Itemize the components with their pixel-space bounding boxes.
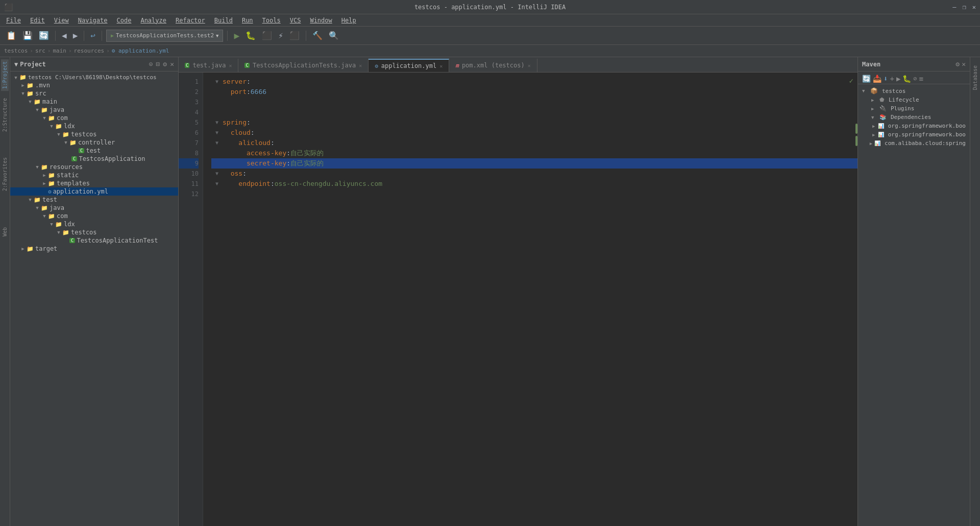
tree-item-main[interactable]: ▼ 📁 main bbox=[10, 98, 178, 106]
menu-item-help[interactable]: Help bbox=[337, 16, 360, 25]
code-content[interactable]: ▼ server: port: 6666 ▼ bbox=[203, 73, 857, 526]
project-scroll-icon[interactable]: ⊙ bbox=[149, 60, 153, 68]
close-button[interactable]: ✕ bbox=[972, 4, 976, 11]
maven-dep-2[interactable]: ▶ 📊 org.springframework.boo bbox=[858, 130, 970, 139]
menu-item-window[interactable]: Window bbox=[306, 16, 336, 25]
fold-btn-5[interactable]: ▼ bbox=[213, 117, 220, 128]
coverage-button[interactable]: ⬛ bbox=[260, 30, 274, 41]
tree-item-java[interactable]: ▼ 📁 java bbox=[10, 106, 178, 114]
fold-btn-7[interactable]: ▼ bbox=[213, 138, 220, 148]
maven-dependencies[interactable]: ▼ 📚 Dependencies bbox=[858, 113, 970, 122]
bc-file[interactable]: ⚙ application.yml bbox=[112, 47, 169, 54]
menu-item-edit[interactable]: Edit bbox=[26, 16, 49, 25]
run-button[interactable]: ▶ bbox=[232, 29, 241, 42]
tab-testcos-tests[interactable]: C TestcosApplicationTests.java ✕ bbox=[238, 59, 369, 72]
toolbar-forward[interactable]: ▶ bbox=[71, 30, 80, 41]
toolbar-save[interactable]: 💾 bbox=[20, 30, 35, 41]
toolbar-sync[interactable]: 🔄 bbox=[37, 30, 51, 41]
tree-item-test-com[interactable]: ▼ 📁 com bbox=[10, 212, 178, 220]
fold-btn-11[interactable]: ▼ bbox=[213, 179, 220, 189]
tree-item-controller[interactable]: ▼ 📁 controller bbox=[10, 138, 178, 147]
maven-dep-3[interactable]: ▶ 📊 com.alibaba.cloud:spring bbox=[858, 139, 970, 148]
tree-item-target[interactable]: ▶ 📁 target bbox=[10, 245, 178, 253]
project-settings-icon[interactable]: ⚙ bbox=[163, 60, 167, 68]
toolbar-icon-project[interactable]: 📋 bbox=[4, 30, 18, 41]
tree-item-testcos-app[interactable]: C TestcosApplication bbox=[10, 155, 178, 163]
tree-item-com[interactable]: ▼ 📁 com bbox=[10, 114, 178, 122]
maximize-button[interactable]: ❐ bbox=[963, 4, 966, 11]
project-collapse-icon[interactable]: ⊟ bbox=[156, 60, 160, 68]
tree-item-templates[interactable]: ▶ 📁 templates bbox=[10, 179, 178, 187]
tree-item-test-testcos[interactable]: ▼ 📁 testcos bbox=[10, 228, 178, 236]
bc-src[interactable]: src bbox=[35, 47, 45, 54]
tree-item-resources[interactable]: ▼ 📁 resources bbox=[10, 163, 178, 171]
menu-item-navigate[interactable]: Navigate bbox=[74, 16, 112, 25]
tab-test-java[interactable]: C test.java ✕ bbox=[179, 59, 238, 72]
project-panel-header: ▼ Project ⊙ ⊟ ⚙ ✕ bbox=[10, 57, 178, 71]
toolbar-back[interactable]: ◀ bbox=[60, 30, 69, 41]
tab-close-pom[interactable]: ✕ bbox=[528, 63, 531, 68]
project-dropdown-arrow[interactable]: ▼ bbox=[14, 61, 18, 68]
web-tab-icon[interactable]: Web bbox=[1, 225, 9, 238]
menu-item-tools[interactable]: Tools bbox=[258, 16, 285, 25]
maven-dep-1[interactable]: ▶ 📊 org.springframework.boo bbox=[858, 122, 970, 130]
project-tab-icon[interactable]: 1:Project bbox=[1, 59, 9, 91]
menu-item-vcs[interactable]: VCS bbox=[286, 16, 305, 25]
menu-item-view[interactable]: View bbox=[50, 16, 73, 25]
search-button[interactable]: 🔍 bbox=[327, 30, 341, 41]
maven-run-icon[interactable]: ▶ bbox=[896, 75, 900, 83]
maven-project-root[interactable]: ▼ 📦 testcos bbox=[858, 86, 970, 95]
fold-btn-6[interactable]: ▼ bbox=[213, 128, 220, 138]
tree-item-test-java-folder[interactable]: ▼ 📁 java bbox=[10, 204, 178, 212]
minimize-button[interactable]: — bbox=[952, 4, 956, 11]
stop-button[interactable]: ⬛ bbox=[287, 30, 302, 41]
maven-lifecycle[interactable]: ▶ ⬟ Lifecycle bbox=[858, 95, 970, 104]
project-close-icon[interactable]: ✕ bbox=[170, 60, 174, 68]
menu-item-code[interactable]: Code bbox=[113, 16, 136, 25]
tree-item-mvn[interactable]: ▶ 📁 .mvn bbox=[10, 81, 178, 89]
maven-skip-icon[interactable]: ⊘ bbox=[913, 75, 917, 82]
menu-item-run[interactable]: Run bbox=[238, 16, 257, 25]
tree-item-src[interactable]: ▼ 📁 src bbox=[10, 89, 178, 98]
debug-button[interactable]: 🐛 bbox=[243, 30, 258, 41]
maven-refresh-icon[interactable]: 🔄 bbox=[862, 75, 871, 83]
maven-more-icon[interactable]: ≡ bbox=[919, 75, 923, 83]
menu-item-build[interactable]: Build bbox=[210, 16, 237, 25]
maven-add-icon[interactable]: + bbox=[890, 75, 894, 83]
menu-item-refactor[interactable]: Refactor bbox=[172, 16, 209, 25]
database-tab[interactable]: Database bbox=[971, 63, 979, 92]
tab-close-yml[interactable]: ✕ bbox=[439, 63, 443, 69]
fold-btn-1[interactable]: ▼ bbox=[213, 77, 220, 87]
fold-btn-10[interactable]: ▼ bbox=[213, 169, 220, 179]
maven-reimport-icon[interactable]: 📥 bbox=[873, 75, 881, 83]
bc-main[interactable]: main bbox=[53, 47, 66, 54]
tree-item-application-yml[interactable]: ⚙ application.yml bbox=[10, 187, 178, 196]
tree-item-test-folder[interactable]: ▼ 📁 test bbox=[10, 196, 178, 204]
maven-plugins[interactable]: ▶ 🔌 Plugins bbox=[858, 104, 970, 113]
tree-item-root[interactable]: ▼ 📁 testcos C:\Users\86198\Desktop\testc… bbox=[10, 74, 178, 81]
build-button[interactable]: 🔨 bbox=[310, 30, 325, 41]
bc-resources[interactable]: resources bbox=[74, 47, 105, 54]
maven-download-icon[interactable]: ⬇ bbox=[884, 75, 888, 83]
tab-close-test[interactable]: ✕ bbox=[229, 63, 232, 68]
tree-item-static[interactable]: ▶ 📁 static bbox=[10, 171, 178, 179]
tab-application-yml[interactable]: ⚙ application.yml ✕ bbox=[369, 59, 449, 72]
tree-item-testcos[interactable]: ▼ 📁 testcos bbox=[10, 130, 178, 138]
bc-project[interactable]: testcos bbox=[4, 47, 28, 54]
structure-tab-icon[interactable]: 2:Structure bbox=[1, 96, 9, 134]
toolbar-undo[interactable]: ↩ bbox=[88, 30, 97, 41]
tab-pom[interactable]: m pom.xml (testcos) ✕ bbox=[449, 59, 537, 72]
maven-close-icon[interactable]: ✕ bbox=[962, 60, 966, 68]
tree-item-ldx[interactable]: ▼ 📁 ldx bbox=[10, 122, 178, 130]
tree-item-test-java[interactable]: C test bbox=[10, 147, 178, 155]
favorites-tab-icon[interactable]: 2:Favorites bbox=[1, 155, 9, 193]
tree-item-test-ldx[interactable]: ▼ 📁 ldx bbox=[10, 220, 178, 228]
tree-item-test-class[interactable]: C TestcosApplicationTest bbox=[10, 236, 178, 245]
maven-debug-icon[interactable]: 🐛 bbox=[902, 75, 911, 83]
profile-button[interactable]: ⚡ bbox=[276, 30, 285, 41]
menu-item-file[interactable]: File bbox=[2, 16, 25, 25]
run-config-dropdown[interactable]: ▶ TestcosApplicationTests.test2 ▼ bbox=[106, 30, 224, 42]
menu-item-analyze[interactable]: Analyze bbox=[136, 16, 170, 25]
tab-close-tests[interactable]: ✕ bbox=[359, 63, 362, 68]
maven-settings-icon[interactable]: ⚙ bbox=[955, 60, 960, 68]
